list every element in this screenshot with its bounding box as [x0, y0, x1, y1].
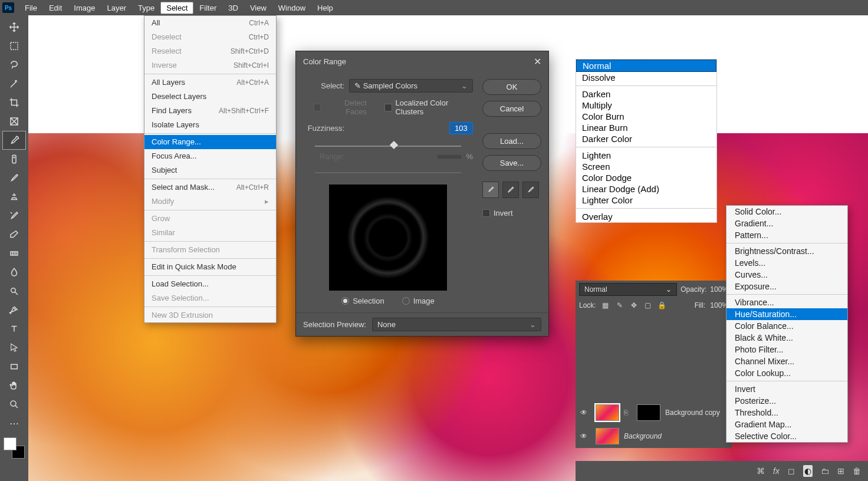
menubar-image[interactable]: Image	[68, 2, 101, 14]
layer-mask-thumbnail[interactable]	[637, 404, 660, 421]
menubar-3d[interactable]: 3D	[222, 2, 244, 14]
blend-mode-lighten[interactable]: Lighten	[576, 150, 716, 161]
load-button[interactable]: Load...	[482, 133, 541, 149]
gradient-tool[interactable]	[2, 244, 26, 263]
blend-mode-overlay[interactable]: Overlay	[576, 211, 716, 222]
rectangle-tool[interactable]	[2, 357, 26, 376]
close-icon[interactable]: ✕	[534, 56, 541, 67]
menubar-type[interactable]: Type	[132, 2, 160, 14]
clone-stamp-tool[interactable]	[2, 187, 26, 206]
magic-wand-tool[interactable]	[2, 74, 26, 93]
layer-name[interactable]: Background copy	[665, 408, 720, 417]
menu-item-load-selection-[interactable]: Load Selection...	[144, 277, 276, 291]
adjustment-selective-color-[interactable]: Selective Color...	[726, 430, 847, 442]
link-layers-icon[interactable]: ⌘	[757, 466, 765, 476]
adjustment-vibrance-[interactable]: Vibrance...	[726, 296, 847, 308]
menu-item-subject[interactable]: Subject	[144, 163, 276, 177]
invert-checkbox[interactable]	[482, 209, 490, 217]
blend-mode-darker-color[interactable]: Darker Color	[576, 133, 716, 144]
ok-button[interactable]: OK	[482, 79, 541, 95]
adjustment-gradient-map-[interactable]: Gradient Map...	[726, 419, 847, 430]
fuzziness-slider[interactable]	[315, 140, 461, 152]
lock-artboard-icon[interactable]: ▢	[643, 301, 653, 310]
adjustment-pattern-[interactable]: Pattern...	[726, 229, 847, 241]
layer-mask-icon[interactable]: ◻	[788, 466, 795, 476]
foreground-color-swatch[interactable]	[4, 437, 17, 450]
blend-mode-dropdown[interactable]: Normal⌄	[579, 283, 677, 296]
menu-item-isolate-layers[interactable]: Isolate Layers	[144, 118, 276, 132]
menu-item-deselect-layers[interactable]: Deselect Layers	[144, 90, 276, 104]
crop-tool[interactable]	[2, 93, 26, 112]
blend-mode-screen[interactable]: Screen	[576, 161, 716, 172]
lock-transparency-icon[interactable]: ▦	[601, 301, 610, 310]
type-tool[interactable]	[2, 319, 26, 338]
visibility-icon[interactable]: 👁	[580, 408, 591, 417]
blend-mode-color-dodge[interactable]: Color Dodge	[576, 172, 716, 183]
blend-mode-linear-dodge-add-[interactable]: Linear Dodge (Add)	[576, 183, 716, 195]
lock-position-icon[interactable]: ✥	[629, 301, 639, 310]
menu-item-find-layers[interactable]: Find LayersAlt+Shift+Ctrl+F	[144, 104, 276, 118]
layer-name[interactable]: Background	[624, 432, 662, 440]
blend-mode-darken[interactable]: Darken	[576, 88, 716, 100]
adjustment-exposure-[interactable]: Exposure...	[726, 281, 847, 292]
blur-tool[interactable]	[2, 263, 26, 282]
menu-item-select-and-mask-[interactable]: Select and Mask...Alt+Ctrl+R	[144, 180, 276, 195]
path-selection-tool[interactable]	[2, 338, 26, 357]
zoom-tool[interactable]	[2, 395, 26, 414]
layer-thumbnail[interactable]	[596, 404, 619, 421]
layer-thumbnail[interactable]	[596, 428, 619, 444]
blend-mode-linear-burn[interactable]: Linear Burn	[576, 122, 716, 133]
blend-mode-lighter-color[interactable]: Lighter Color	[576, 195, 716, 206]
marquee-tool[interactable]	[2, 37, 26, 55]
selection-preview-dropdown[interactable]: None	[372, 318, 541, 331]
eyedropper-minus-icon[interactable]	[522, 182, 539, 198]
sampled-colors-dropdown[interactable]: ✎ Sampled Colors	[349, 79, 473, 93]
eyedropper-tool[interactable]	[2, 131, 26, 150]
group-icon[interactable]: 🗀	[821, 466, 829, 476]
selection-radio[interactable]	[341, 297, 349, 305]
move-tool[interactable]	[2, 18, 26, 37]
adjustment-hue-saturation-[interactable]: Hue/Saturation...	[726, 308, 847, 320]
adjustment-channel-mixer-[interactable]: Channel Mixer...	[726, 355, 847, 367]
lock-all-icon[interactable]: 🔒	[657, 301, 667, 310]
blend-mode-color-burn[interactable]: Color Burn	[576, 111, 716, 122]
adjustment-posterize-[interactable]: Posterize...	[726, 395, 847, 407]
eraser-tool[interactable]	[2, 225, 26, 244]
lock-image-icon[interactable]: ✎	[615, 301, 624, 310]
brush-tool[interactable]	[2, 169, 26, 187]
menu-item-all-layers[interactable]: All LayersAlt+Ctrl+A	[144, 75, 276, 90]
history-brush-tool[interactable]	[2, 206, 26, 225]
eyedropper-icon[interactable]	[482, 182, 499, 198]
blend-mode-dissolve[interactable]: Dissolve	[576, 72, 716, 83]
menubar-filter[interactable]: Filter	[193, 2, 222, 14]
visibility-icon[interactable]: 👁	[580, 432, 591, 440]
blend-mode-normal[interactable]: Normal	[576, 60, 716, 72]
lasso-tool[interactable]	[2, 55, 26, 74]
adjustment-solid-color-[interactable]: Solid Color...	[726, 206, 847, 218]
layer-effects-icon[interactable]: fx	[773, 466, 780, 476]
hand-tool[interactable]	[2, 376, 26, 395]
layer-row[interactable]: 👁 Background	[576, 424, 732, 448]
adjustment-invert[interactable]: Invert	[726, 383, 847, 395]
eyedropper-plus-icon[interactable]	[502, 182, 519, 198]
menubar-help[interactable]: Help	[311, 2, 339, 14]
delete-layer-icon[interactable]: 🗑	[853, 466, 861, 476]
menubar-layer[interactable]: Layer	[101, 2, 133, 14]
menubar-window[interactable]: Window	[272, 2, 311, 14]
menubar-view[interactable]: View	[244, 2, 272, 14]
menubar-edit[interactable]: Edit	[43, 2, 68, 14]
adjustment-curves-[interactable]: Curves...	[726, 269, 847, 281]
new-layer-icon[interactable]: ⊞	[837, 466, 844, 476]
save-button[interactable]: Save...	[482, 155, 541, 171]
blend-mode-multiply[interactable]: Multiply	[576, 100, 716, 111]
cancel-button[interactable]: Cancel	[482, 101, 541, 117]
layer-row[interactable]: 👁 ⎘ Background copy	[576, 401, 732, 424]
localized-clusters-checkbox[interactable]	[384, 104, 392, 111]
color-swatches[interactable]	[4, 437, 25, 459]
adjustment-brightness-contrast-[interactable]: Brightness/Contrast...	[726, 245, 847, 257]
adjustment-black-white-[interactable]: Black & White...	[726, 332, 847, 344]
healing-brush-tool[interactable]	[2, 150, 26, 169]
menu-item-focus-area-[interactable]: Focus Area...	[144, 149, 276, 163]
dodge-tool[interactable]	[2, 282, 26, 301]
menu-item-all[interactable]: AllCtrl+A	[144, 16, 276, 30]
